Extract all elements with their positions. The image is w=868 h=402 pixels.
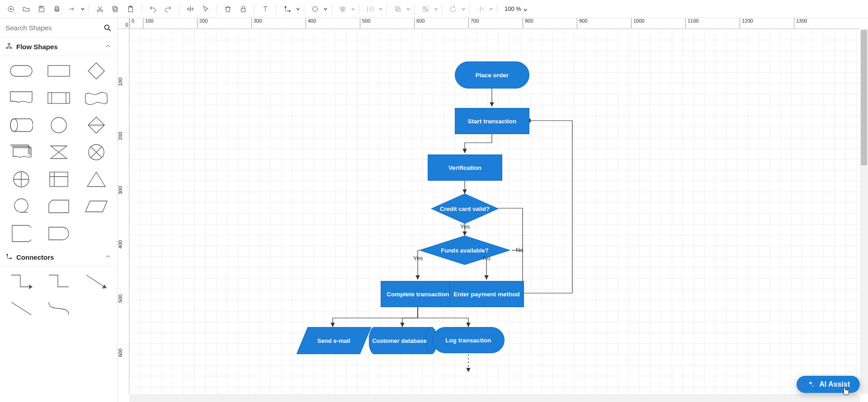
pointer-icon[interactable] bbox=[198, 2, 213, 16]
edge-label-yes: Yes bbox=[460, 223, 470, 230]
save-icon[interactable] bbox=[34, 2, 49, 16]
svg-marker-53 bbox=[51, 146, 67, 159]
shape-direct-data[interactable] bbox=[5, 115, 37, 136]
undo-icon[interactable] bbox=[146, 2, 160, 16]
node-complete-transaction[interactable]: Complete transaction bbox=[381, 281, 455, 307]
order-dropdown-icon[interactable] bbox=[406, 7, 410, 11]
flow-shapes-palette bbox=[0, 56, 117, 248]
shape-internal-storage[interactable] bbox=[43, 169, 74, 190]
text-icon[interactable] bbox=[258, 2, 273, 16]
shape-predefined[interactable] bbox=[43, 88, 74, 108]
print-icon[interactable] bbox=[50, 2, 64, 16]
shape-dropdown-icon[interactable] bbox=[323, 7, 328, 11]
cut-icon[interactable] bbox=[93, 2, 107, 16]
ruler-tick: 300 bbox=[251, 18, 306, 28]
svg-rect-34 bbox=[425, 9, 427, 11]
shape-terminator[interactable] bbox=[5, 61, 37, 81]
node-enter-payment[interactable]: Enter payment method bbox=[449, 281, 524, 307]
shape-process[interactable] bbox=[43, 61, 74, 81]
flip-icon[interactable] bbox=[473, 2, 488, 16]
connector-straight[interactable] bbox=[5, 298, 37, 319]
edge-label-yes: Yes bbox=[413, 255, 423, 262]
ruler-tick: 1100 bbox=[685, 18, 740, 28]
ruler-tick: 200 bbox=[197, 18, 251, 28]
ruler-tick: 300 bbox=[118, 186, 129, 194]
shape-document[interactable] bbox=[5, 88, 37, 108]
rotate-icon[interactable] bbox=[446, 2, 460, 16]
connectors-header[interactable]: Connectors bbox=[0, 248, 117, 266]
connector-bezier[interactable] bbox=[43, 298, 74, 319]
distribute-dropdown-icon[interactable] bbox=[378, 7, 383, 11]
rotate-dropdown-icon[interactable] bbox=[461, 7, 466, 11]
align-icon[interactable] bbox=[335, 2, 350, 16]
ruler-tick: 600 bbox=[414, 18, 468, 28]
svg-rect-13 bbox=[113, 6, 117, 10]
sparkle-icon bbox=[807, 380, 815, 388]
svg-rect-37 bbox=[8, 43, 10, 45]
group-dropdown-icon[interactable] bbox=[434, 7, 438, 11]
node-funds-available[interactable]: Funds available? bbox=[420, 236, 510, 265]
ai-assist-button[interactable]: AI Assist bbox=[797, 376, 860, 393]
svg-point-64 bbox=[14, 199, 28, 212]
search-input[interactable] bbox=[5, 23, 103, 32]
search-icon[interactable] bbox=[103, 23, 113, 33]
lock-icon[interactable] bbox=[236, 2, 250, 16]
shape-sequential-access[interactable] bbox=[5, 196, 37, 217]
canvas-area: 0 0 100 200 300 400 500 600 700 800 900 … bbox=[118, 18, 868, 402]
ruler-tick: 700 bbox=[468, 18, 523, 28]
shape-or[interactable] bbox=[5, 169, 37, 190]
open-icon[interactable] bbox=[19, 2, 33, 16]
horizontal-scrollbar[interactable] bbox=[129, 394, 860, 402]
shape-sort[interactable] bbox=[80, 115, 112, 136]
redo-icon[interactable] bbox=[161, 2, 175, 16]
pan-icon[interactable] bbox=[183, 2, 198, 16]
shape-decision[interactable] bbox=[80, 61, 112, 81]
node-send-email[interactable]: Send e-mail bbox=[297, 327, 371, 354]
connectors-palette bbox=[0, 266, 117, 323]
ruler-tick: 1300 bbox=[794, 18, 848, 28]
vertical-scrollbar[interactable] bbox=[860, 29, 868, 394]
distribute-icon[interactable] bbox=[363, 2, 377, 16]
connector-tool-icon[interactable] bbox=[280, 2, 295, 16]
shape-card[interactable] bbox=[43, 196, 74, 217]
connector-ortho-arrow[interactable] bbox=[5, 271, 37, 292]
node-start-transaction[interactable]: Start transaction bbox=[455, 108, 529, 134]
edge-label-no: No bbox=[483, 255, 491, 262]
node-log-transaction[interactable]: Log transaction bbox=[432, 327, 505, 353]
group-icon[interactable] bbox=[418, 2, 433, 16]
node-verification[interactable]: Verification bbox=[428, 154, 502, 181]
shape-annotation[interactable] bbox=[5, 223, 37, 244]
shape-multidoc[interactable] bbox=[5, 142, 37, 163]
export-icon[interactable] bbox=[65, 2, 80, 16]
node-customer-db[interactable]: Customer database bbox=[369, 327, 437, 354]
shape-extract[interactable] bbox=[80, 169, 112, 190]
flow-shapes-header[interactable]: Flow Shapes bbox=[0, 38, 117, 56]
svg-rect-23 bbox=[313, 6, 318, 11]
shape-paper-tape[interactable] bbox=[80, 88, 112, 108]
zoom-control[interactable]: 100 % bbox=[505, 5, 528, 12]
ruler-tick: 100 bbox=[118, 78, 129, 86]
export-dropdown-icon[interactable] bbox=[80, 7, 85, 11]
delete-icon[interactable] bbox=[221, 2, 235, 16]
shape-collate[interactable] bbox=[43, 142, 74, 163]
order-icon[interactable] bbox=[391, 2, 405, 16]
ruler-tick: 500 bbox=[360, 18, 414, 28]
shape-data[interactable] bbox=[80, 196, 112, 217]
shape-connector-circle[interactable] bbox=[43, 115, 74, 136]
edge-label-no: No bbox=[516, 247, 524, 253]
align-dropdown-icon[interactable] bbox=[351, 7, 355, 11]
node-place-order[interactable]: Place order bbox=[455, 61, 529, 89]
connector-straight-arrow[interactable] bbox=[80, 271, 112, 292]
connector-ortho[interactable] bbox=[43, 271, 74, 292]
diagram-canvas[interactable]: Place order Start transaction Verificati… bbox=[129, 29, 860, 394]
shape-tool-icon[interactable] bbox=[308, 2, 322, 16]
new-icon[interactable] bbox=[4, 2, 18, 16]
copy-icon[interactable] bbox=[108, 2, 123, 16]
shape-summing[interactable] bbox=[80, 142, 112, 163]
node-credit-valid[interactable]: Credit card valid? bbox=[431, 194, 498, 224]
connector-dropdown-icon[interactable] bbox=[296, 7, 300, 11]
shape-delay[interactable] bbox=[43, 223, 74, 244]
svg-point-68 bbox=[10, 258, 12, 259]
paste-icon[interactable] bbox=[123, 2, 138, 16]
flip-dropdown-icon[interactable] bbox=[489, 7, 493, 11]
